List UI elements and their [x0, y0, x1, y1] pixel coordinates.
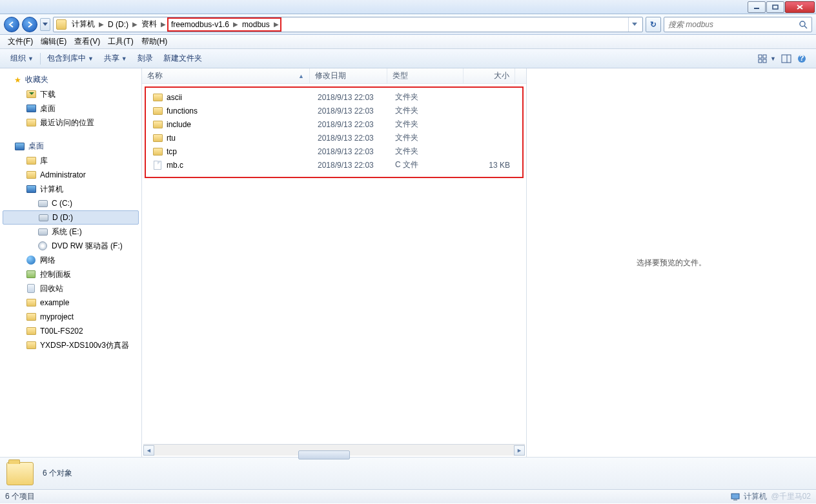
- breadcrumb-item[interactable]: 资料: [139, 17, 159, 32]
- tree-item[interactable]: 网络: [0, 253, 141, 267]
- new-folder-button[interactable]: 新建文件夹: [158, 50, 207, 66]
- maximize-button[interactable]: [766, 1, 784, 13]
- chevron-down-icon: ▼: [28, 55, 34, 62]
- tree-item[interactable]: Administrator: [0, 168, 141, 182]
- file-date-cell: 2018/9/13 22:03: [312, 161, 390, 170]
- tree-item[interactable]: T00L-FS202: [0, 324, 141, 338]
- svg-rect-8: [759, 59, 762, 63]
- menu-bar: 文件(F)编辑(E)查看(V)工具(T)帮助(H): [0, 35, 816, 49]
- chevron-right-icon: ▶: [272, 21, 280, 28]
- tree-item[interactable]: 桌面: [0, 101, 141, 116]
- status-bar: 6 个项目 计算机 @千里马02: [0, 489, 816, 503]
- folder-icon: [152, 93, 163, 102]
- menu-item[interactable]: 编辑(E): [37, 35, 70, 48]
- tree-item-label: YXDSP-XDS100v3仿真器: [40, 340, 129, 351]
- file-row[interactable]: mb.c2018/9/13 22:03C 文件13 KB: [147, 158, 521, 172]
- tree-item[interactable]: 回收站: [0, 281, 141, 296]
- address-dropdown[interactable]: [628, 17, 640, 32]
- column-name[interactable]: 名称▲: [142, 68, 310, 83]
- folder-icon: [26, 298, 36, 307]
- view-layout-button[interactable]: ▼: [758, 54, 776, 63]
- tree-item[interactable]: C (C:): [0, 196, 141, 210]
- svg-rect-7: [763, 55, 766, 58]
- include-in-library[interactable]: 包含到库中▼: [42, 50, 99, 66]
- file-type-cell: 文件夹: [390, 146, 466, 157]
- search-input[interactable]: [668, 20, 799, 29]
- column-date[interactable]: 修改日期: [310, 68, 387, 83]
- tree-item[interactable]: D (D:): [3, 210, 139, 225]
- file-date-cell: 2018/9/13 22:03: [312, 120, 390, 129]
- folder-icon: [56, 19, 66, 30]
- tree-item[interactable]: 系统 (E:): [0, 225, 141, 239]
- file-row[interactable]: rtu2018/9/13 22:03文件夹: [147, 131, 521, 145]
- tree-item[interactable]: 计算机: [0, 182, 141, 196]
- net-icon: [26, 256, 36, 265]
- burn-button[interactable]: 刻录: [132, 50, 158, 66]
- star-icon: ★: [14, 76, 21, 85]
- folder-icon: [152, 106, 163, 116]
- menu-item[interactable]: 工具(T): [104, 35, 137, 48]
- column-type[interactable]: 类型: [387, 68, 464, 83]
- scroll-thumb[interactable]: [298, 450, 350, 459]
- desktop-group[interactable]: 桌面: [0, 139, 141, 154]
- menu-item[interactable]: 帮助(H): [138, 35, 172, 48]
- column-size[interactable]: 大小: [464, 68, 515, 83]
- sort-asc-icon: ▲: [298, 73, 304, 79]
- breadcrumb-item[interactable]: 计算机: [69, 17, 97, 32]
- chevron-right-icon: ▶: [232, 21, 240, 28]
- tree-item[interactable]: myproject: [0, 310, 141, 324]
- tree-item[interactable]: 最近访问的位置: [0, 116, 141, 130]
- breadcrumb-item[interactable]: modbus: [240, 19, 272, 30]
- file-list: 名称▲ 修改日期 类型 大小 ascii2018/9/13 22:03文件夹fu…: [142, 68, 526, 457]
- disk-icon: [37, 227, 48, 236]
- breadcrumb-item[interactable]: freemodbus-v1.6: [168, 19, 232, 30]
- minimize-button[interactable]: [748, 1, 766, 13]
- preview-pane-button[interactable]: [781, 54, 791, 63]
- history-dropdown[interactable]: [40, 18, 50, 31]
- forward-button[interactable]: [22, 17, 37, 32]
- tree-item[interactable]: 控制面板: [0, 267, 141, 281]
- folder-large-icon: [6, 462, 34, 485]
- computer-icon: [731, 493, 740, 501]
- chevron-right-icon: ▶: [97, 21, 105, 28]
- file-date-cell: 2018/9/13 22:03: [312, 147, 390, 156]
- tree-item-label: D (D:): [52, 213, 73, 222]
- breadcrumb-item[interactable]: D (D:): [105, 17, 131, 32]
- tree-item-label: 控制面板: [40, 269, 71, 280]
- help-button[interactable]: ?: [797, 54, 807, 64]
- main-area: ★收藏夹 下载桌面最近访问的位置 桌面 库Administrator计算机C (…: [0, 68, 816, 457]
- tree-item-label: T00L-FS202: [40, 327, 83, 336]
- scroll-left-button[interactable]: ◄: [143, 445, 154, 456]
- file-date-cell: 2018/9/13 22:03: [312, 134, 390, 143]
- horizontal-scrollbar[interactable]: ◄ ►: [143, 444, 525, 456]
- tree-item[interactable]: YXDSP-XDS100v3仿真器: [0, 338, 141, 352]
- file-row[interactable]: functions2018/9/13 22:03文件夹: [147, 104, 521, 117]
- close-button[interactable]: [785, 1, 815, 13]
- refresh-button[interactable]: ↻: [646, 17, 661, 32]
- scroll-right-button[interactable]: ►: [514, 445, 525, 456]
- navigation-pane[interactable]: ★收藏夹 下载桌面最近访问的位置 桌面 库Administrator计算机C (…: [0, 68, 142, 457]
- monitor-icon: [26, 185, 36, 194]
- details-pane: 6 个对象: [0, 457, 816, 489]
- menu-item[interactable]: 文件(F): [4, 35, 37, 48]
- file-date-cell: 2018/9/13 22:03: [312, 93, 390, 102]
- tree-item[interactable]: example: [0, 296, 141, 310]
- svg-rect-15: [733, 499, 737, 501]
- organize-menu[interactable]: 组织▼: [5, 50, 39, 66]
- search-box[interactable]: [664, 17, 812, 32]
- file-date-cell: 2018/9/13 22:03: [312, 106, 390, 116]
- tree-item[interactable]: 库: [0, 154, 141, 168]
- dvd-icon: [37, 241, 48, 250]
- share-menu[interactable]: 共享▼: [99, 50, 132, 66]
- tree-item[interactable]: 下载: [0, 87, 141, 101]
- breadcrumb-bar[interactable]: 计算机▶D (D:)▶资料▶freemodbus-v1.6▶modbus▶: [53, 17, 643, 32]
- file-row[interactable]: include2018/9/13 22:03文件夹: [147, 117, 521, 131]
- menu-item[interactable]: 查看(V): [70, 35, 104, 48]
- file-row[interactable]: tcp2018/9/13 22:03文件夹: [147, 145, 521, 158]
- tree-item[interactable]: DVD RW 驱动器 (F:): [0, 239, 141, 253]
- chevron-down-icon: ▼: [88, 55, 94, 62]
- file-name-cell: include: [147, 120, 312, 129]
- file-row[interactable]: ascii2018/9/13 22:03文件夹: [147, 90, 521, 104]
- back-button[interactable]: [4, 17, 19, 32]
- favorites-group[interactable]: ★收藏夹: [0, 72, 141, 87]
